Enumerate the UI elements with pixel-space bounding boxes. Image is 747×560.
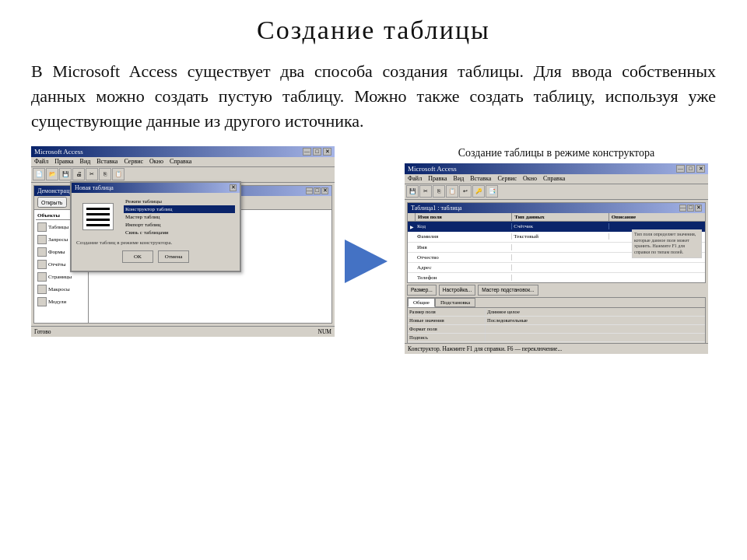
tb-cut[interactable]: ✂ — [86, 168, 98, 180]
table-headers: Имя поля Тип данных Описание — [408, 213, 705, 222]
sidebar-macros[interactable]: Макросы — [36, 283, 86, 296]
tb-paste[interactable]: 📋 — [112, 168, 124, 180]
r-tb-pk[interactable]: 🔑 — [472, 185, 485, 198]
design-title: Таблица1 : таблица — □ ✕ — [408, 203, 705, 213]
btn-open[interactable]: Открыть — [37, 197, 67, 208]
row-1-type: Счётчик — [512, 223, 608, 229]
r-status-text: Конструктор. Нажмите F1 для справки. F6 … — [408, 345, 562, 352]
r-close-button[interactable]: ✕ — [696, 165, 705, 173]
menu-file[interactable]: Файл — [34, 158, 48, 165]
db-close[interactable]: ✕ — [321, 187, 328, 194]
r-minimize-button[interactable]: — — [676, 165, 685, 173]
prop-caption: Подпись — [408, 334, 705, 342]
menu-view[interactable]: Вид — [80, 158, 91, 165]
minimize-button[interactable]: — — [303, 148, 311, 156]
properties-panel: Общие Подстановка Размер поля Длинное це… — [407, 297, 706, 343]
sidebar-pages[interactable]: Страницы — [36, 271, 86, 283]
queries-icon — [37, 235, 47, 244]
status-text: Готово — [34, 328, 51, 335]
right-side: Создание таблицы в режиме конструктора M… — [397, 146, 716, 354]
maximize-button[interactable]: □ — [313, 148, 321, 156]
col-description: Описание — [609, 213, 705, 221]
design-max[interactable]: □ — [687, 205, 694, 212]
row-6-field: Телефон — [416, 275, 512, 281]
option-wizard[interactable]: Мастер таблиц — [124, 213, 235, 221]
db-min[interactable]: — — [306, 187, 313, 194]
r-menu-help[interactable]: Справка — [543, 175, 565, 182]
new-table-dialog: Новая таблица ✕ — [70, 181, 241, 272]
option-datasheet[interactable]: Режим таблицы — [124, 198, 235, 205]
menu-help[interactable]: Справка — [170, 158, 191, 165]
close-button[interactable]: ✕ — [323, 148, 331, 156]
forward-arrow-icon — [345, 240, 388, 283]
btn-size[interactable]: Размер... — [407, 285, 437, 296]
left-toolbar: 📄 📂 💾 🖨 ✂ ⎘ 📋 — [31, 167, 335, 183]
bottom-section: Microsoft Access — □ ✕ Файл Правка Вид В… — [31, 146, 716, 354]
dialog-ok-button[interactable]: OK — [122, 250, 153, 263]
r-menu-tools[interactable]: Сервис — [497, 175, 517, 182]
r-tb-undo[interactable]: ↩ — [459, 185, 472, 198]
option-design[interactable]: Конструктор таблиц — [124, 205, 235, 213]
dialog-icon-area — [76, 198, 119, 236]
r-menu-view[interactable]: Вид — [454, 175, 465, 182]
modules-icon — [37, 297, 47, 306]
r-tb-copy[interactable]: ⎘ — [433, 185, 445, 198]
caption-text: Создание таблицы в режиме конструктора — [458, 146, 655, 160]
sidebar-modules[interactable]: Модули — [36, 296, 86, 308]
dialog-close[interactable]: ✕ — [230, 184, 237, 191]
menu-insert[interactable]: Вставка — [96, 158, 117, 165]
arrow-col-header — [408, 213, 416, 221]
props-tabs: Общие Подстановка — [408, 298, 705, 308]
menu-tools[interactable]: Сервис — [124, 158, 143, 165]
col-datatype: Тип данных — [512, 213, 608, 221]
db-max[interactable]: □ — [314, 187, 321, 194]
btn-settings[interactable]: Настройка... — [439, 285, 475, 296]
row-1-arrow: ▶ — [408, 224, 416, 229]
menu-window[interactable]: Окно — [149, 158, 163, 165]
tb-print[interactable]: 🖨 — [72, 168, 85, 180]
row-2-field: Фамилия — [416, 233, 512, 240]
left-statusbar: Готово NUM — [31, 326, 335, 337]
right-titlebar: Microsoft Access — □ ✕ — [405, 163, 708, 174]
forms-icon — [37, 247, 47, 257]
left-menubar: Файл Правка Вид Вставка Сервис Окно Спра… — [31, 157, 335, 167]
r-menu-insert[interactable]: Вставка — [470, 175, 491, 182]
tb-copy[interactable]: ⎘ — [99, 168, 111, 180]
tb-open[interactable]: 📂 — [46, 168, 58, 180]
r-tb-cut[interactable]: ✂ — [419, 185, 432, 198]
row-5[interactable]: Адрес — [408, 262, 705, 272]
dialog-cancel-button[interactable]: Отмена — [158, 250, 189, 263]
r-menu-window[interactable]: Окно — [523, 175, 537, 182]
r-tb-save[interactable]: 💾 — [406, 185, 419, 198]
tb-save[interactable]: 💾 — [59, 168, 72, 180]
tb-new[interactable]: 📄 — [33, 168, 45, 180]
r-maximize-button[interactable]: □ — [686, 165, 695, 173]
option-import[interactable]: Импорт таблиц — [124, 221, 235, 229]
body-text: В Microsoft Access существует два способ… — [31, 59, 716, 134]
tab-general[interactable]: Общие — [408, 298, 435, 307]
design-close[interactable]: ✕ — [695, 205, 702, 212]
dialog-options: Режим таблицы Конструктор таблиц Мастер … — [76, 198, 235, 236]
design-title-text: Таблица1 : таблица — [411, 205, 462, 212]
row-2-type: Текстовый — [512, 233, 608, 240]
tab-lookup[interactable]: Подстановка — [435, 298, 475, 307]
prop-newval: Новые значения Последовательные — [408, 317, 705, 325]
right-body: Таблица1 : таблица — □ ✕ Имя поля — [405, 200, 708, 343]
col-fieldname: Имя поля — [416, 213, 512, 221]
menu-edit[interactable]: Правка — [54, 158, 73, 165]
design-min[interactable]: — — [679, 205, 686, 212]
row-3-field: Имя — [416, 244, 512, 250]
pages-icon — [37, 272, 47, 282]
tables-icon — [37, 222, 47, 232]
r-menu-edit[interactable]: Правка — [428, 175, 447, 182]
btn-wizard[interactable]: Мастер подстановок... — [478, 285, 538, 296]
r-tb-paste[interactable]: 📋 — [446, 185, 458, 198]
right-menubar: Файл Правка Вид Вставка Сервис Окно Спра… — [405, 174, 708, 184]
right-screenshot: Microsoft Access — □ ✕ Файл Правка Вид В… — [405, 163, 708, 354]
row-1-field: Код — [416, 223, 512, 229]
row-6[interactable]: Телефон — [408, 272, 705, 282]
num-indicator: NUM — [317, 328, 331, 335]
r-menu-file[interactable]: Файл — [408, 175, 422, 182]
option-link[interactable]: Связь с таблицами — [124, 229, 235, 236]
r-tb-idx[interactable]: 📑 — [486, 185, 498, 198]
